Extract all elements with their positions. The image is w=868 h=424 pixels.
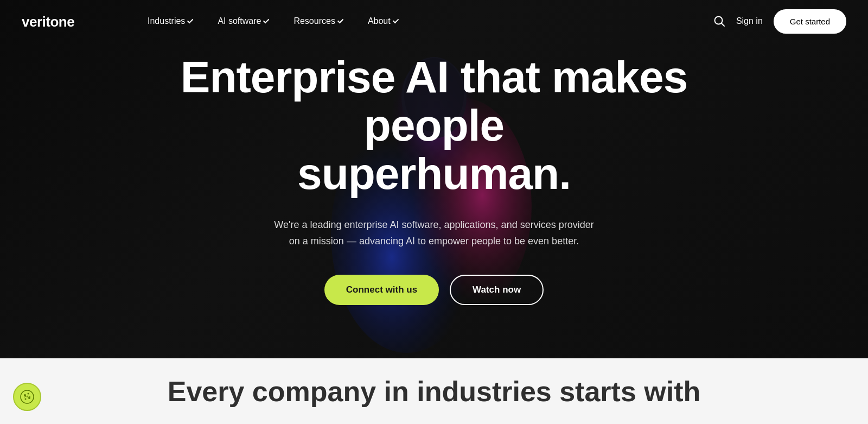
- hero-subtitle: We're a leading enterprise AI software, …: [271, 217, 597, 249]
- signin-button[interactable]: Sign in: [736, 16, 763, 26]
- chevron-down-icon: [337, 17, 343, 23]
- bottom-section: Every company in industries starts with: [0, 358, 868, 424]
- hero-content: Enterprise AI that makes people superhum…: [136, 53, 732, 305]
- watch-now-button[interactable]: Watch now: [450, 275, 544, 305]
- nav-links: Industries AI software Resources About: [136, 16, 713, 26]
- svg-line-2: [721, 23, 724, 27]
- nav-item-ai-software[interactable]: AI software: [206, 16, 282, 26]
- cookie-icon: [20, 389, 35, 404]
- connect-button[interactable]: Connect with us: [324, 275, 439, 305]
- svg-point-13: [27, 396, 28, 397]
- search-button[interactable]: [713, 15, 725, 27]
- get-started-button[interactable]: Get started: [774, 9, 846, 34]
- chevron-down-icon: [187, 17, 193, 23]
- hero-section: Enterprise AI that makes people superhum…: [0, 0, 868, 358]
- svg-point-12: [25, 398, 27, 400]
- chevron-down-icon: [393, 17, 399, 23]
- search-icon: [713, 15, 725, 27]
- navigation: veritone Industries AI software Resource…: [0, 0, 868, 42]
- nav-item-resources[interactable]: Resources: [282, 16, 355, 26]
- nav-right: Sign in Get started: [713, 9, 846, 34]
- svg-point-10: [28, 393, 29, 395]
- logo[interactable]: veritone: [22, 11, 103, 31]
- cookie-settings-button[interactable]: [13, 383, 41, 411]
- svg-text:veritone: veritone: [22, 14, 74, 30]
- nav-item-about[interactable]: About: [356, 16, 411, 26]
- hero-cta-buttons: Connect with us Watch now: [157, 275, 711, 305]
- bottom-heading: Every company in industries starts with: [168, 375, 701, 408]
- svg-point-11: [28, 397, 30, 399]
- chevron-down-icon: [263, 17, 269, 23]
- nav-item-industries[interactable]: Industries: [136, 16, 206, 26]
- hero-title: Enterprise AI that makes people superhum…: [157, 53, 711, 198]
